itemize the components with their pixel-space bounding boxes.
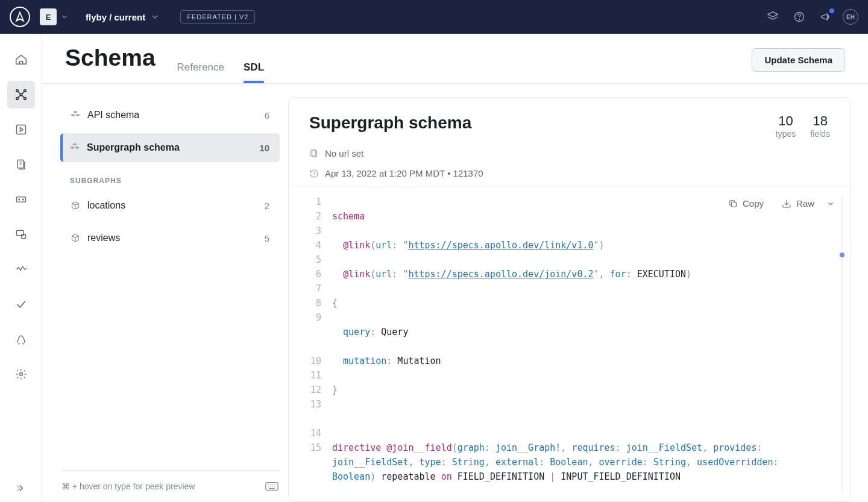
- org-badge: E: [40, 8, 57, 25]
- history-icon: [309, 169, 319, 178]
- sidebar-item-locations[interactable]: locations 2: [60, 191, 280, 220]
- update-schema-button[interactable]: Update Schema: [752, 48, 845, 72]
- copy-button[interactable]: Copy: [725, 196, 767, 211]
- raw-dropdown[interactable]: Raw: [778, 196, 838, 211]
- nav-settings[interactable]: [7, 360, 35, 388]
- federated-badge: FEDERATED | V2: [180, 10, 255, 24]
- sidebar-item-label: Supergraph schema: [87, 142, 252, 153]
- svg-point-3: [20, 93, 22, 96]
- topbar: E flyby / current FEDERATED | V2 EH: [0, 0, 868, 34]
- stack-icon[interactable]: [763, 7, 782, 27]
- code-content: schema @link(url: "https://specs.apollo.…: [332, 195, 851, 501]
- nav-checks[interactable]: [7, 290, 35, 318]
- svg-point-7: [24, 98, 26, 100]
- svg-point-4: [16, 90, 18, 92]
- cube-icon: [71, 233, 80, 243]
- detail-area: Supergraph schema 10 types 18 fields: [288, 84, 868, 502]
- keyboard-icon[interactable]: [265, 482, 278, 491]
- sidebar-item-label: reviews: [87, 233, 257, 243]
- notification-dot: [829, 8, 834, 13]
- sidebar-item-count: 6: [265, 110, 269, 121]
- url-text: No url set: [325, 148, 363, 158]
- page-header: Schema Reference SDL Update Schema: [42, 34, 868, 84]
- sidebar-item-count: 2: [265, 201, 269, 211]
- user-avatar[interactable]: EH: [843, 9, 858, 25]
- tab-reference[interactable]: Reference: [177, 61, 224, 83]
- clipboard-icon: [309, 149, 319, 158]
- svg-point-5: [24, 90, 26, 92]
- svg-point-13: [22, 199, 24, 200]
- boxes-icon: [70, 143, 80, 152]
- chevron-down-icon: [60, 13, 69, 21]
- timestamp-text: Apr 13, 2022 at 1:20 PM MDT • 121370: [325, 168, 483, 178]
- stat-types: 10 types: [776, 113, 796, 139]
- sidebar-item-count: 10: [259, 143, 269, 153]
- footer-hint: ⌘ + hover on type for peek preview: [60, 470, 280, 502]
- code-scroll[interactable]: 1 2 3 4 5 6 7 8 9 10 11 12 13 14 15 sche…: [289, 187, 851, 501]
- svg-rect-8: [16, 125, 25, 134]
- schema-list: API schema 6 Supergraph schema 10 SUBGRA…: [42, 84, 288, 502]
- stat-fields: 18 fields: [810, 113, 830, 139]
- svg-point-6: [16, 98, 18, 100]
- boxes-icon: [71, 110, 80, 120]
- svg-point-12: [18, 199, 19, 200]
- nav-launches[interactable]: [7, 325, 35, 353]
- nav-schema[interactable]: [7, 81, 35, 108]
- nav-fields[interactable]: [7, 186, 35, 213]
- cube-icon: [71, 201, 80, 210]
- stats: 10 types 18 fields: [776, 113, 830, 139]
- left-nav: [0, 34, 42, 502]
- nav-explorer[interactable]: [7, 116, 35, 143]
- timestamp-row: Apr 13, 2022 at 1:20 PM MDT • 121370: [309, 168, 830, 178]
- sidebar-item-supergraph-schema[interactable]: Supergraph schema 10: [60, 133, 280, 162]
- svg-point-2: [799, 19, 800, 20]
- tab-sdl[interactable]: SDL: [244, 61, 264, 83]
- breadcrumb-text: flyby / current: [86, 12, 145, 22]
- sidebar-item-count: 5: [265, 233, 269, 243]
- tabs: Reference SDL: [177, 45, 264, 83]
- org-switcher[interactable]: E: [37, 6, 71, 28]
- svg-rect-11: [16, 197, 25, 202]
- code-viewer: Copy Raw 1 2 3 4 5 6 7 8 9 10 11 12 1: [289, 187, 851, 501]
- url-row: No url set: [309, 148, 830, 158]
- nav-home[interactable]: [7, 46, 35, 74]
- svg-rect-20: [731, 202, 736, 207]
- svg-point-16: [19, 373, 22, 376]
- nav-expand[interactable]: [7, 474, 35, 502]
- help-icon[interactable]: [790, 7, 809, 27]
- nav-changelog[interactable]: [7, 151, 35, 178]
- sidebar-item-reviews[interactable]: reviews 5: [60, 224, 280, 253]
- subgraphs-header: SUBGRAPHS: [60, 166, 280, 191]
- sidebar-item-label: API schema: [87, 110, 257, 121]
- nav-operations[interactable]: [7, 256, 35, 283]
- graph-breadcrumb[interactable]: flyby / current: [86, 12, 160, 22]
- svg-marker-9: [20, 128, 23, 132]
- apollo-logo: [10, 7, 30, 27]
- announcement-icon[interactable]: [816, 7, 835, 27]
- svg-marker-0: [768, 12, 778, 17]
- detail-card: Supergraph schema 10 types 18 fields: [288, 97, 851, 502]
- chevron-down-icon: [150, 12, 160, 22]
- page-title: Schema: [65, 45, 156, 83]
- line-gutter: 1 2 3 4 5 6 7 8 9 10 11 12 13 14 15: [289, 195, 332, 501]
- svg-rect-17: [266, 483, 278, 491]
- detail-title: Supergraph schema: [309, 113, 776, 133]
- sidebar-item-api-schema[interactable]: API schema 6: [60, 101, 280, 130]
- footer-hint-text: ⌘ + hover on type for peek preview: [61, 482, 195, 491]
- nav-clients[interactable]: [7, 221, 35, 248]
- sidebar-item-label: locations: [87, 200, 257, 211]
